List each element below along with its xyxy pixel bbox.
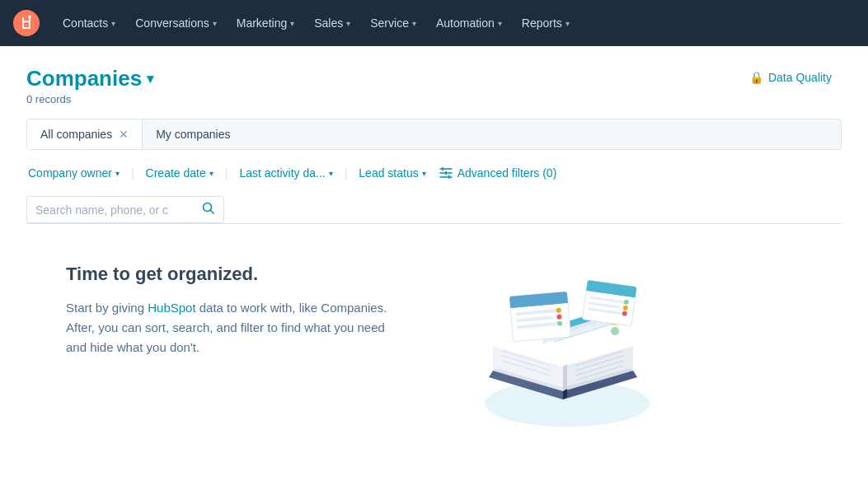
nav-chevron-automation-icon: ▾ bbox=[498, 19, 502, 28]
page-header: Companies ▾ 0 records 🔒 Data Quality bbox=[26, 66, 842, 105]
hubspot-link[interactable]: HubSpot bbox=[148, 301, 195, 315]
search-input[interactable] bbox=[35, 203, 197, 217]
search-bar-row bbox=[26, 196, 842, 224]
filter-label-company-owner: Company owner bbox=[28, 166, 112, 180]
nav-chevron-service-icon: ▾ bbox=[412, 19, 416, 28]
nav-chevron-contacts-icon: ▾ bbox=[111, 19, 115, 28]
filter-chevron-lead-status-icon: ▾ bbox=[422, 169, 426, 178]
svg-marker-15 bbox=[563, 364, 567, 391]
empty-state-body: Start by giving HubSpot data to work wit… bbox=[66, 298, 396, 357]
tab-label-all: All companies bbox=[40, 128, 112, 141]
page-title-area: Companies ▾ 0 records bbox=[26, 66, 153, 105]
page-content: Companies ▾ 0 records 🔒 Data Quality All… bbox=[0, 46, 868, 468]
page-title[interactable]: Companies ▾ bbox=[26, 66, 153, 91]
nav-chevron-marketing-icon: ▾ bbox=[290, 19, 294, 28]
filter-chevron-company-owner-icon: ▾ bbox=[115, 169, 120, 178]
nav-chevron-sales-icon: ▾ bbox=[346, 19, 350, 28]
empty-state-text: Time to get organized. Start by giving H… bbox=[66, 264, 396, 357]
data-quality-label: Data Quality bbox=[768, 71, 832, 84]
filter-btn-create-date[interactable]: Create date▾ bbox=[144, 163, 215, 183]
nav-chevron-conversations-icon: ▾ bbox=[213, 19, 217, 28]
advanced-filters-icon bbox=[439, 167, 453, 179]
nav-label-service: Service bbox=[370, 16, 409, 30]
data-quality-button[interactable]: 🔒 Data Quality bbox=[739, 66, 842, 89]
filter-separator: | bbox=[225, 166, 228, 180]
nav-item-automation[interactable]: Automation▾ bbox=[426, 10, 512, 36]
nav-item-conversations[interactable]: Conversations▾ bbox=[125, 10, 227, 36]
filter-label-last-activity: Last activity da... bbox=[239, 166, 325, 180]
empty-state-body-prefix: Start by giving bbox=[66, 301, 148, 315]
filter-btn-last-activity[interactable]: Last activity da...▾ bbox=[237, 163, 334, 183]
search-input-wrapper bbox=[26, 196, 224, 223]
filter-btn-lead-status[interactable]: Lead status▾ bbox=[357, 163, 427, 183]
tab-label-my: My companies bbox=[156, 128, 230, 141]
nav-label-conversations: Conversations bbox=[135, 16, 209, 30]
advanced-filters-button[interactable]: Advanced filters (0) bbox=[438, 163, 559, 183]
filter-chevron-create-date-icon: ▾ bbox=[209, 169, 213, 178]
filter-label-create-date: Create date bbox=[146, 166, 206, 180]
filter-label-lead-status: Lead status bbox=[359, 166, 418, 180]
nav-label-sales: Sales bbox=[314, 16, 343, 30]
nav-item-sales[interactable]: Sales▾ bbox=[304, 10, 360, 36]
nav-label-automation: Automation bbox=[436, 16, 495, 30]
tab-my[interactable]: My companies bbox=[143, 119, 841, 149]
hubspot-logo[interactable] bbox=[13, 10, 40, 36]
svg-point-0 bbox=[13, 10, 40, 36]
search-icon bbox=[202, 202, 215, 217]
nav-label-marketing: Marketing bbox=[237, 16, 287, 30]
nav-item-marketing[interactable]: Marketing▾ bbox=[227, 10, 304, 36]
tabs-row: All companies✕My companies bbox=[26, 119, 842, 150]
filter-separator: | bbox=[131, 166, 134, 180]
empty-state: Time to get organized. Start by giving H… bbox=[26, 224, 842, 468]
svg-line-9 bbox=[211, 211, 214, 214]
filter-separator: | bbox=[345, 166, 348, 180]
page-title-chevron-icon: ▾ bbox=[147, 71, 153, 86]
svg-point-31 bbox=[611, 327, 619, 335]
filter-chevron-last-activity-icon: ▾ bbox=[329, 169, 333, 178]
page-title-text: Companies bbox=[26, 66, 142, 91]
tab-close-all[interactable]: ✕ bbox=[119, 128, 129, 141]
tab-all[interactable]: All companies✕ bbox=[27, 119, 143, 149]
empty-state-title: Time to get organized. bbox=[66, 264, 396, 285]
nav-item-service[interactable]: Service▾ bbox=[360, 10, 426, 36]
nav-bar: Contacts▾Conversations▾Marketing▾Sales▾S… bbox=[0, 0, 868, 46]
nav-item-contacts[interactable]: Contacts▾ bbox=[53, 10, 125, 36]
nav-item-reports[interactable]: Reports▾ bbox=[512, 10, 579, 36]
records-count: 0 records bbox=[26, 93, 153, 105]
advanced-filters-label: Advanced filters (0) bbox=[457, 166, 557, 180]
filter-btn-company-owner[interactable]: Company owner▾ bbox=[26, 163, 121, 183]
nav-label-reports: Reports bbox=[522, 16, 562, 30]
filters-row: Company owner▾|Create date▾|Last activit… bbox=[26, 163, 842, 183]
nav-label-contacts: Contacts bbox=[63, 16, 108, 30]
nav-chevron-reports-icon: ▾ bbox=[565, 19, 570, 28]
svg-point-1 bbox=[28, 16, 31, 19]
empty-state-illustration bbox=[435, 264, 666, 428]
lock-icon: 🔒 bbox=[749, 71, 763, 84]
